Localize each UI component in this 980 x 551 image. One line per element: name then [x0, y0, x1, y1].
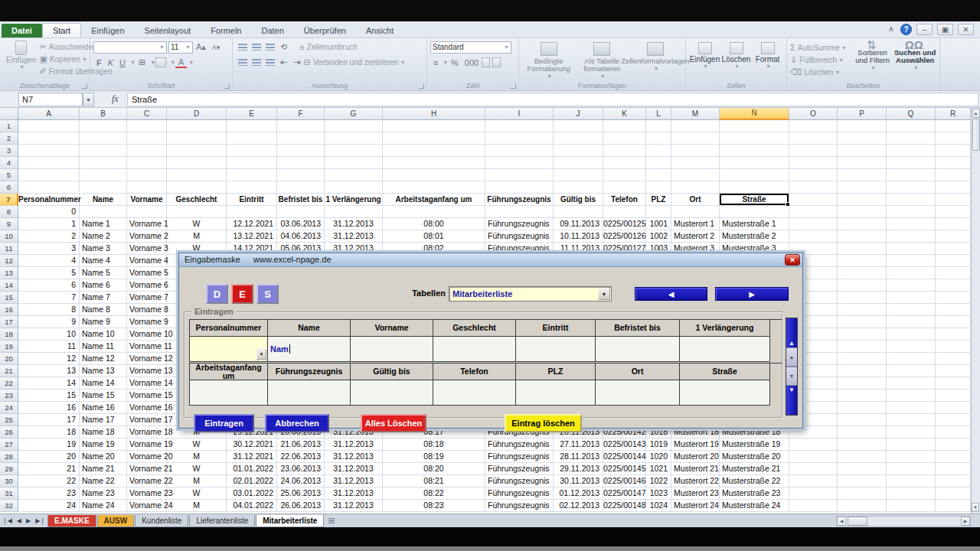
cell-L10[interactable]: 1002	[646, 230, 671, 243]
cell-D28[interactable]: M	[167, 451, 227, 463]
cell-B31[interactable]: Name 23	[80, 487, 127, 500]
cell-L2[interactable]	[646, 132, 671, 145]
cell-G32[interactable]: 31.12.2013	[325, 500, 383, 512]
spin-down-icon[interactable]: ▼	[786, 367, 797, 386]
cell-H9[interactable]: 08:00	[383, 218, 485, 230]
cell-R29[interactable]	[936, 463, 971, 475]
cell-G27[interactable]: 31.12.2013	[325, 439, 383, 451]
delete-cells-button[interactable]: Löschen▼	[720, 42, 752, 80]
currency-icon[interactable]: ¤	[430, 58, 441, 67]
cell-L28[interactable]: 1020	[646, 451, 671, 463]
cell-P14[interactable]	[838, 279, 887, 292]
align-center-icon[interactable]	[252, 59, 261, 66]
cell-A14[interactable]: 6	[18, 279, 80, 292]
cell-H6[interactable]	[383, 181, 485, 194]
cell-A3[interactable]	[18, 145, 80, 157]
cell-C9[interactable]: Vorname 1	[127, 218, 167, 230]
cell-O9[interactable]	[789, 218, 838, 230]
cell-H5[interactable]	[383, 169, 485, 181]
cell-A10[interactable]: 2	[18, 230, 80, 243]
insert-worksheet-icon[interactable]: ⊞	[325, 516, 338, 526]
cell-R20[interactable]	[936, 353, 971, 365]
cell-P4[interactable]	[838, 157, 887, 169]
cell-J31[interactable]: 01.12.2013	[554, 487, 603, 500]
restore-button[interactable]: ▣	[937, 24, 953, 35]
input-f-hrungszeugnis[interactable]	[268, 380, 351, 406]
cell-R26[interactable]	[936, 426, 971, 439]
cell-E4[interactable]	[227, 157, 277, 169]
cell-Q27[interactable]	[887, 439, 936, 451]
cell-R3[interactable]	[936, 145, 971, 157]
cell-B4[interactable]	[80, 157, 127, 169]
cell-F30[interactable]: 24.06.2013	[277, 475, 325, 487]
scroll-down-icon[interactable]: ▼	[972, 503, 979, 512]
prev-record-button[interactable]: ◀	[635, 287, 707, 301]
cell-styles-button[interactable]: Zellenformatvorlagen▼	[629, 42, 682, 73]
cell-A25[interactable]: 17	[18, 414, 80, 426]
cell-A11[interactable]: 3	[18, 243, 80, 255]
cell-C19[interactable]: Vorname 11	[127, 341, 167, 353]
cell-G2[interactable]	[325, 132, 383, 145]
cell-Q20[interactable]	[887, 353, 936, 365]
cell-F29[interactable]: 23.06.2013	[277, 463, 325, 475]
row-header-18[interactable]: 18	[0, 328, 18, 341]
cell-K32[interactable]: 0225/00148	[603, 500, 646, 512]
cell-P7[interactable]	[838, 194, 887, 206]
paste-button[interactable]: Einfügen▼	[3, 41, 39, 77]
sheet-tab-ausw[interactable]: AUSW	[97, 515, 135, 527]
cell-R14[interactable]	[936, 279, 971, 292]
chevron-down-icon[interactable]: ▼	[256, 349, 266, 360]
cell-G28[interactable]: 31.12.2013	[325, 451, 383, 463]
cell-B21[interactable]: Name 13	[80, 365, 127, 377]
spin-up-icon[interactable]: ▲	[786, 347, 797, 367]
name-box-dropdown-icon[interactable]: ▼	[83, 93, 94, 106]
abbrechen-button[interactable]: Abbrechen	[265, 414, 329, 432]
cell-B5[interactable]	[80, 169, 127, 181]
cell-B16[interactable]: Name 8	[80, 304, 127, 316]
align-right-icon[interactable]	[266, 59, 275, 66]
column-header-L[interactable]: L	[646, 108, 671, 120]
fill-button[interactable]: ⇓Füllbereich▼	[790, 54, 847, 66]
ribbon-tab-start[interactable]: Start	[42, 23, 81, 37]
cell-I27[interactable]: Führungszeugnis	[485, 439, 554, 451]
scrollbar-bottom-segment[interactable]: ▼	[786, 386, 797, 415]
cell-K1[interactable]	[603, 120, 646, 132]
dialog-launcher-icon[interactable]	[419, 83, 424, 89]
cell-P12[interactable]	[838, 255, 887, 267]
cell-P22[interactable]	[838, 377, 887, 390]
close-window-button[interactable]: ✕	[958, 24, 974, 35]
cell-O32[interactable]	[789, 500, 838, 512]
cell-M8[interactable]	[671, 206, 720, 218]
cell-N27[interactable]: Musterstraße 19	[720, 439, 789, 451]
cell-B24[interactable]: Name 16	[80, 402, 127, 414]
cell-F8[interactable]	[277, 206, 325, 218]
row-header-27[interactable]: 27	[0, 439, 18, 451]
wrap-text-button[interactable]: Zellenumbruch	[307, 43, 358, 51]
help-icon[interactable]: ?	[900, 24, 912, 35]
cell-H31[interactable]: 08:22	[383, 487, 485, 500]
cell-B7[interactable]: Name	[80, 194, 127, 206]
row-header-2[interactable]: 2	[0, 132, 18, 145]
cell-G4[interactable]	[325, 157, 383, 169]
cell-N28[interactable]: Musterstraße 20	[720, 451, 789, 463]
row-header-3[interactable]: 3	[0, 145, 18, 157]
font-color-button[interactable]: A	[175, 57, 187, 68]
cell-F31[interactable]: 25.06.2013	[277, 487, 325, 500]
cell-R19[interactable]	[936, 341, 971, 353]
borders-icon[interactable]: ⊞	[136, 57, 149, 67]
cell-K10[interactable]: 0225/00126	[603, 230, 646, 243]
input-telefon[interactable]	[433, 380, 516, 406]
cell-C27[interactable]: Vorname 19	[127, 439, 167, 451]
row-header-7[interactable]: 7	[0, 194, 18, 206]
cell-Q11[interactable]	[887, 243, 936, 255]
cell-A19[interactable]: 11	[18, 341, 80, 353]
button-s[interactable]: S	[256, 284, 279, 304]
cell-D32[interactable]: M	[167, 500, 227, 512]
cell-F6[interactable]	[277, 181, 325, 194]
cell-Q16[interactable]	[887, 304, 936, 316]
row-header-32[interactable]: 32	[0, 500, 18, 512]
cell-A9[interactable]: 1	[18, 218, 80, 230]
cell-P19[interactable]	[838, 341, 887, 353]
cell-E7[interactable]: Eintritt	[227, 194, 277, 206]
cell-P1[interactable]	[838, 120, 887, 132]
